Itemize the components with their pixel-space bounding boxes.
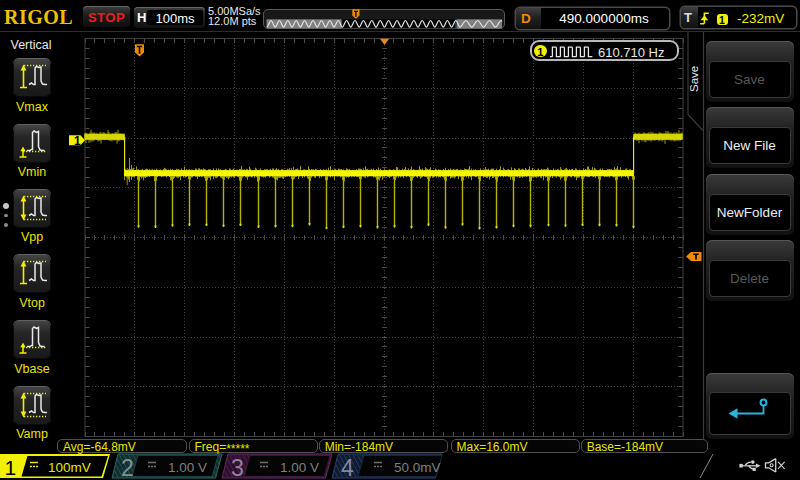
svg-text:100mV: 100mV xyxy=(48,460,91,475)
svg-text:2: 2 xyxy=(121,455,134,480)
svg-text:3: 3 xyxy=(231,455,244,480)
svg-text:4: 4 xyxy=(341,455,354,480)
svg-text:50.0mV: 50.0mV xyxy=(394,460,441,475)
svg-text:1.00 V: 1.00 V xyxy=(168,460,207,475)
svg-text:1: 1 xyxy=(5,456,17,479)
svg-text:1.00 V: 1.00 V xyxy=(280,460,319,475)
